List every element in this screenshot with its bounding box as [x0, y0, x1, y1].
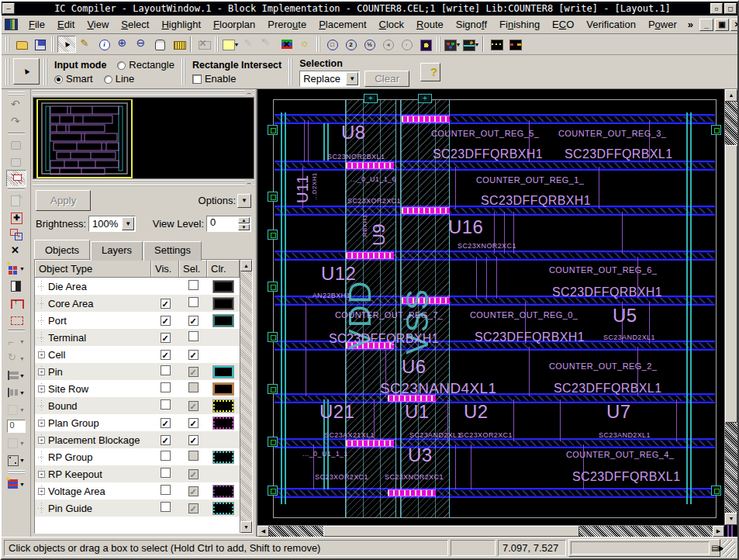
- save-design-icon[interactable]: [30, 36, 49, 53]
- canvas-vscrollbar[interactable]: ▲ ▼: [724, 89, 737, 525]
- object-row-cell[interactable]: +Cell✓✓: [35, 346, 240, 363]
- visibility-checkbox[interactable]: [161, 451, 171, 461]
- edit-shape-icon[interactable]: [76, 36, 95, 53]
- zoom-2x-icon[interactable]: [341, 36, 360, 53]
- group-icon[interactable]: ▼: [6, 401, 26, 418]
- mirror-icon[interactable]: ▼: [6, 333, 26, 350]
- spin-down-arrow[interactable]: ▼: [238, 224, 250, 230]
- menu-select[interactable]: Select: [115, 16, 155, 33]
- panel-grip[interactable]: –: [33, 90, 254, 96]
- copy-objects-icon[interactable]: [6, 226, 26, 243]
- column-header[interactable]: Vis.: [151, 260, 179, 277]
- expand-icon[interactable]: +: [38, 437, 45, 444]
- color-swatch[interactable]: [213, 281, 233, 292]
- menu-finishing[interactable]: Finishing: [493, 16, 546, 33]
- menu-clock[interactable]: Clock: [373, 16, 411, 33]
- push-level-icon[interactable]: [6, 136, 26, 153]
- panel-grip[interactable]: –: [33, 180, 254, 186]
- selectability-checkbox[interactable]: [188, 451, 199, 461]
- snap-icon[interactable]: ▼: [6, 451, 26, 468]
- titlebar-maximize-button[interactable]: □: [724, 3, 737, 14]
- scroll-down-arrow[interactable]: ▼: [725, 513, 737, 525]
- visibility-checkbox[interactable]: [161, 382, 171, 392]
- visibility-checkbox[interactable]: [161, 502, 171, 512]
- visibility-checkbox[interactable]: [161, 485, 171, 495]
- selection-mode-combo[interactable]: Replace ▼: [299, 71, 360, 87]
- visibility-checkbox[interactable]: ✓: [161, 350, 171, 360]
- view-options-icon[interactable]: ▼: [443, 36, 461, 53]
- zoom-half-icon[interactable]: [360, 36, 378, 53]
- selectability-checkbox[interactable]: ✓: [188, 367, 199, 377]
- apply-button[interactable]: Apply: [36, 190, 91, 211]
- color-swatch[interactable]: [213, 503, 233, 514]
- spacing-value-field[interactable]: 0: [7, 420, 26, 433]
- object-row-die-area[interactable]: Die Area: [35, 278, 240, 295]
- canvas-hscrollbar[interactable]: ◀ ▶: [257, 525, 724, 537]
- menu-power[interactable]: Power: [642, 16, 683, 33]
- command-input[interactable]: [571, 541, 710, 555]
- expand-icon[interactable]: +: [38, 488, 45, 495]
- swap-cell-icon[interactable]: [6, 294, 26, 311]
- radio-smart[interactable]: Smart: [54, 72, 93, 86]
- object-row-rp-keepout[interactable]: +RP Keepout✓: [35, 465, 240, 482]
- zoom-previous-icon[interactable]: [378, 36, 397, 53]
- visibility-checkbox[interactable]: ✓: [161, 333, 171, 343]
- dim-view-icon[interactable]: [295, 36, 314, 53]
- highlight-erase-icon[interactable]: [258, 36, 277, 53]
- brightness-dropdown-arrow[interactable]: ▼: [122, 217, 134, 230]
- menu-view[interactable]: View: [81, 16, 115, 33]
- menu-overflow-chevron[interactable]: »: [683, 19, 698, 30]
- object-row-bound[interactable]: Bound✓: [35, 397, 240, 414]
- menu-file[interactable]: File: [22, 16, 51, 33]
- selectability-checkbox[interactable]: ✓: [188, 401, 199, 411]
- selectability-checkbox[interactable]: ✓: [188, 350, 199, 360]
- selectability-checkbox[interactable]: ✓: [188, 469, 199, 479]
- move-objects-icon[interactable]: [6, 209, 26, 226]
- enable-checkbox[interactable]: Enable: [192, 72, 281, 86]
- edit-properties-icon[interactable]: [6, 192, 26, 209]
- object-row-placement-blockage[interactable]: +Placement Blockage✓✓: [35, 431, 240, 448]
- command-history-icon[interactable]: ▤▶: [711, 542, 723, 555]
- color-swatch[interactable]: [213, 298, 233, 309]
- color-swatch[interactable]: [213, 486, 233, 497]
- color-swatch[interactable]: [213, 417, 233, 429]
- object-row-port[interactable]: Port✓✓: [35, 312, 240, 329]
- align-icon[interactable]: ▼: [6, 367, 26, 384]
- menu-route[interactable]: Route: [410, 16, 450, 33]
- menu-preroute[interactable]: Preroute: [261, 16, 313, 33]
- selectability-checkbox[interactable]: ✓: [188, 435, 199, 445]
- toolbar-grip[interactable]: [5, 58, 9, 85]
- view-level-spinner[interactable]: 0 ▲▼: [206, 216, 251, 232]
- distribute-icon[interactable]: ▼: [6, 384, 26, 401]
- spin-up-arrow[interactable]: ▲: [238, 217, 250, 223]
- visibility-checkbox[interactable]: [161, 365, 171, 375]
- object-row-site-row[interactable]: +Site Row: [35, 380, 240, 397]
- selectability-checkbox[interactable]: [188, 280, 199, 290]
- route-display-icon[interactable]: ▼: [461, 36, 480, 53]
- table-scrollbar[interactable]: ▲ ▼: [240, 260, 252, 533]
- selectability-checkbox[interactable]: [188, 331, 199, 341]
- column-header[interactable]: Clr.: [207, 260, 240, 277]
- zoom-in-icon[interactable]: [113, 36, 132, 53]
- vscroll-thumb[interactable]: [725, 145, 737, 423]
- scroll-left-arrow[interactable]: ◀: [257, 526, 269, 537]
- menu-edit[interactable]: Edit: [51, 16, 81, 33]
- undo-icon[interactable]: [6, 97, 26, 114]
- zoom-area-icon[interactable]: [416, 36, 434, 53]
- scroll-up-arrow[interactable]: ▲: [240, 260, 252, 271]
- color-swatch[interactable]: [213, 400, 233, 412]
- scroll-right-arrow[interactable]: ▶: [713, 526, 724, 537]
- object-row-voltage-area[interactable]: +Voltage Area✓: [35, 482, 240, 500]
- clear-button[interactable]: Clear: [364, 71, 409, 87]
- object-row-terminal[interactable]: Terminal✓: [35, 329, 240, 346]
- close-button[interactable]: ✕: [730, 19, 739, 31]
- combo-dropdown-arrow[interactable]: ▼: [346, 72, 358, 85]
- minimize-button[interactable]: _: [699, 19, 713, 31]
- resize-grip[interactable]: [723, 540, 735, 557]
- redo-icon[interactable]: [6, 114, 26, 131]
- abstract-view-icon[interactable]: [505, 36, 523, 53]
- selectability-checkbox[interactable]: ✓: [188, 418, 199, 428]
- selectability-checkbox[interactable]: [188, 382, 199, 392]
- overview-map[interactable]: [33, 97, 254, 179]
- object-row-rp-group[interactable]: RP Group: [35, 448, 240, 465]
